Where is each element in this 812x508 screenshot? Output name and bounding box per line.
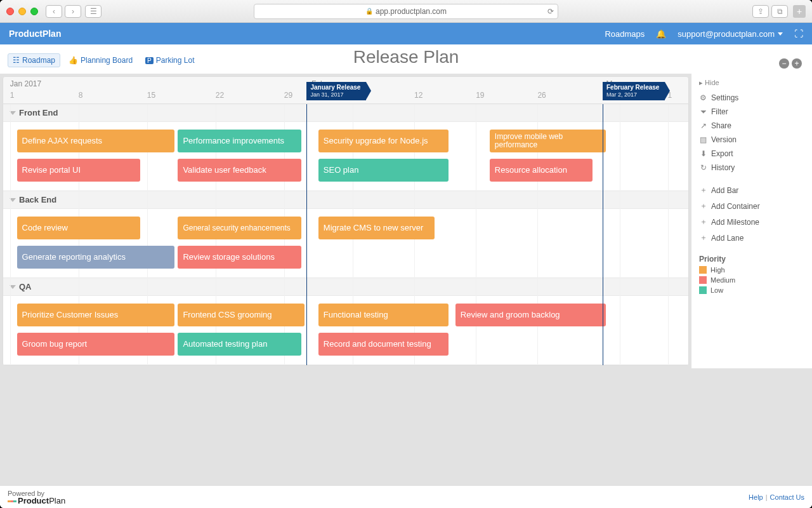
- url-bar[interactable]: 🔒 app.productplan.com ⟳: [254, 4, 558, 19]
- nav-roadmaps[interactable]: Roadmaps: [605, 29, 645, 39]
- lane-header[interactable]: QA: [3, 278, 688, 296]
- hide-sidebar[interactable]: Hide: [699, 79, 804, 87]
- roadmap-bar[interactable]: Frontend CSS grooming: [178, 304, 304, 326]
- side-icon: ＋: [699, 232, 707, 243]
- roadmap-bar[interactable]: Security upgrade for Node.js: [318, 130, 449, 152]
- browser-chrome: ‹ › ☰ 🔒 app.productplan.com ⟳ ⇪ ⧉ +: [0, 0, 812, 23]
- side-icon: ↻: [699, 163, 707, 172]
- new-tab-button[interactable]: +: [793, 5, 806, 18]
- contact-link[interactable]: Contact Us: [770, 493, 804, 501]
- app-header: ProductPlan Roadmaps 🔔 support@productpl…: [0, 23, 812, 44]
- timeline-header: Jan 2017FebMar18152229512192651January R…: [3, 76, 689, 104]
- side-add-container[interactable]: ＋Add Container: [699, 198, 804, 214]
- close-window[interactable]: [6, 8, 14, 15]
- priority-low[interactable]: Low: [699, 286, 804, 294]
- side-icon: ⚙: [699, 93, 707, 102]
- lock-icon: 🔒: [365, 8, 373, 15]
- minimize-window[interactable]: [18, 8, 26, 15]
- swatch: [699, 266, 707, 274]
- roadmap-bar[interactable]: Code review: [17, 217, 140, 239]
- side-add-milestone[interactable]: ＋Add Milestone: [699, 214, 804, 230]
- user-email: support@productplan.com: [678, 29, 775, 39]
- lane-header[interactable]: Back End: [3, 191, 688, 209]
- day-tick: 8: [79, 91, 83, 100]
- roadmap-bar[interactable]: Functional testing: [318, 304, 449, 326]
- reload-icon[interactable]: ⟳: [547, 7, 554, 16]
- day-tick: 15: [147, 91, 155, 100]
- parking-icon: P: [145, 57, 154, 64]
- maximize-window[interactable]: [30, 8, 38, 15]
- side-icon: ＋: [699, 217, 707, 227]
- day-tick: 26: [537, 91, 546, 100]
- side-settings[interactable]: ⚙Settings: [699, 91, 804, 105]
- side-icon: ↗: [699, 121, 707, 130]
- lanes-container: Front EndDefine AJAX requestsPerformance…: [3, 104, 689, 366]
- side-icon: ＋: [699, 185, 707, 196]
- roadmap-bar[interactable]: Prioritize Customer Issues: [17, 304, 174, 326]
- tab-planning-board[interactable]: 👍Planning Board: [64, 53, 137, 67]
- tab-parking-lot[interactable]: PParking Lot: [141, 53, 199, 67]
- planning-icon: 👍: [69, 56, 78, 65]
- forward-button[interactable]: ›: [65, 5, 81, 18]
- side-filter[interactable]: ⏷Filter: [699, 105, 804, 119]
- roadmap-bar[interactable]: Resource allocation: [490, 159, 593, 182]
- tab-roadmap[interactable]: ☷Roadmap: [8, 53, 60, 67]
- roadmap-bar[interactable]: Review storage solutions: [178, 246, 301, 269]
- title-bar: ☷Roadmap 👍Planning Board PParking Lot Re…: [0, 44, 812, 74]
- zoom-out-button[interactable]: −: [779, 58, 789, 69]
- roadmap-bar[interactable]: General security enhancements: [178, 217, 301, 239]
- side-icon: ⏷: [699, 107, 707, 116]
- tabs-button[interactable]: ⧉: [771, 5, 788, 18]
- roadmap-bar[interactable]: Performance improvements: [178, 130, 301, 152]
- brand: ProductPlan: [9, 29, 61, 39]
- side-icon: ▤: [699, 135, 707, 144]
- back-button[interactable]: ‹: [46, 5, 62, 18]
- url-text: app.productplan.com: [376, 7, 447, 16]
- day-tick: 12: [414, 91, 422, 100]
- priority-high[interactable]: High: [699, 266, 804, 274]
- swatch: [699, 276, 707, 284]
- notifications-icon[interactable]: 🔔: [656, 29, 666, 39]
- side-add-lane[interactable]: ＋Add Lane: [699, 230, 804, 246]
- page-title: Release Plan: [353, 47, 459, 67]
- roadmap-bar[interactable]: Define AJAX requests: [17, 130, 174, 152]
- side-history[interactable]: ↻History: [699, 161, 804, 175]
- roadmap-bar[interactable]: Migrate CMS to new server: [318, 217, 435, 239]
- user-menu[interactable]: support@productplan.com: [678, 29, 783, 39]
- roadmap-bar[interactable]: Improve mobile web performance: [490, 130, 606, 152]
- milestone-flag[interactable]: January ReleaseJan 31, 2017: [306, 82, 366, 100]
- milestone-flag[interactable]: February ReleaseMar 2, 2017: [603, 82, 665, 100]
- roadmap-icon: ☷: [13, 56, 20, 65]
- footer: Powered by ProductPlan Help | Contact Us: [0, 485, 812, 508]
- side-icon: ⬇: [699, 149, 707, 158]
- side-share[interactable]: ↗Share: [699, 119, 804, 133]
- sidebar-toggle[interactable]: ☰: [85, 5, 102, 18]
- lane-header[interactable]: Front End: [3, 104, 688, 122]
- roadmap-bar[interactable]: Review and groom backlog: [455, 304, 606, 326]
- priority-medium[interactable]: Medium: [699, 276, 804, 284]
- fullscreen-icon[interactable]: ⛶: [794, 29, 803, 39]
- side-icon: ＋: [699, 201, 707, 211]
- sidebar: Hide ⚙Settings⏷Filter↗Share▤Version⬇Expo…: [691, 74, 812, 368]
- side-export[interactable]: ⬇Export: [699, 147, 804, 161]
- day-tick: 19: [476, 91, 484, 100]
- roadmap-bar[interactable]: Automated testing plan: [178, 333, 301, 356]
- swatch: [699, 286, 707, 294]
- help-link[interactable]: Help: [749, 493, 763, 501]
- chevron-down-icon: [778, 32, 783, 36]
- roadmap-bar[interactable]: Generate reporting analytics: [17, 246, 174, 269]
- day-tick: 22: [216, 91, 224, 100]
- day-tick: 1: [10, 91, 15, 100]
- roadmap-bar[interactable]: Record and document testing: [318, 333, 449, 356]
- day-tick: 29: [284, 91, 292, 100]
- side-add-bar[interactable]: ＋Add Bar: [699, 182, 804, 198]
- roadmap-bar[interactable]: Revise portal UI: [17, 159, 140, 182]
- roadmap-bar[interactable]: SEO plan: [318, 159, 449, 182]
- side-version[interactable]: ▤Version: [699, 133, 804, 147]
- roadmap-bar[interactable]: Validate user feedback: [178, 159, 301, 182]
- zoom-in-button[interactable]: +: [792, 58, 802, 69]
- share-button[interactable]: ⇪: [752, 5, 769, 18]
- month-label: Jan 2017: [10, 79, 41, 88]
- roadmap-bar[interactable]: Groom bug report: [17, 333, 174, 356]
- priority-header: Priority: [699, 255, 804, 264]
